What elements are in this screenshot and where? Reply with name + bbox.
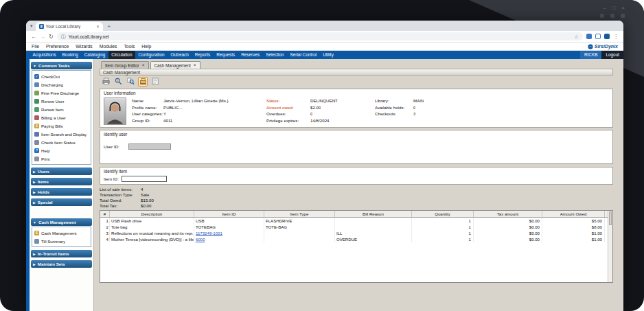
bill-list-icon[interactable] <box>150 77 160 87</box>
sidebar-section-header-items[interactable]: ▶Items <box>31 178 92 185</box>
sidebar-item-fine-free-discharge[interactable]: Fine Free Discharge <box>33 89 90 97</box>
module-tab-cataloging[interactable]: Cataloging <box>81 51 108 59</box>
user-search-icon[interactable] <box>113 77 123 87</box>
sidebar-item-cash-management[interactable]: $Cash Management <box>33 229 90 237</box>
workspace-tab-label: Item Group Editor <box>105 63 139 68</box>
module-tab-acquisitions[interactable]: Acquisitions <box>30 51 59 59</box>
sidebar-item-print[interactable]: Print <box>33 154 90 163</box>
summary-label: List of sale items: <box>100 187 141 192</box>
sidebar-item-billing-a-user[interactable]: Billing a User <box>33 113 90 122</box>
summary-label: Transaction Type: <box>100 192 141 198</box>
cell-quantity: 1 <box>412 224 474 230</box>
sidebar-item-paying-bills[interactable]: $Paying Bills <box>33 122 90 130</box>
profile-icon[interactable] <box>604 34 610 39</box>
table-row[interactable]: 1USB Flash driveUSBFLASHDRIVE1$0.00$5.00 <box>100 218 612 224</box>
module-tab-outreach[interactable]: Outreach <box>168 51 192 59</box>
item-search-icon[interactable] <box>126 77 135 87</box>
browser-menu-icon[interactable]: ⋮ <box>613 34 619 40</box>
user-id-input[interactable] <box>128 143 171 150</box>
sidebar-section-header-cash-management[interactable]: ▼Cash Management <box>31 218 92 226</box>
menu-item-help[interactable]: Help <box>141 44 151 49</box>
menu-item-tools[interactable]: Tools <box>124 44 135 49</box>
column-header-item-type: Item Type <box>264 211 335 217</box>
browser-address-bar: ← → ↻ ⓘ YourLocalLibrary.net ☆ ⋮ <box>26 31 623 43</box>
module-tab-circulation[interactable]: Circulation <box>108 51 135 59</box>
sidebar-item-checkout[interactable]: ✓CheckOut <box>33 72 90 80</box>
user-info-field-library: Library:MAIN <box>375 97 609 104</box>
cell-row-number: 3 <box>100 230 110 236</box>
forward-button[interactable]: → <box>40 34 45 40</box>
column-header-tax-amount: Tax amount <box>474 211 542 217</box>
close-icon[interactable]: × <box>194 63 196 67</box>
field-label: Group ID: <box>132 117 163 124</box>
sidebar-item-renew-item[interactable]: Renew Item <box>33 105 90 113</box>
menu-item-file[interactable]: File <box>32 44 39 49</box>
sidebar-section-header-in-transit-items[interactable]: ▶In-Transit Items <box>31 250 92 257</box>
table-scrollbar[interactable] <box>608 211 612 282</box>
field-value: 0 <box>310 111 312 117</box>
user-info-column-2: Status:DELINQUENTAmount owed:$2.00Overdu… <box>266 97 369 125</box>
cell-amount-owed: $8.00 <box>542 224 605 230</box>
item-id-input[interactable] <box>122 176 167 182</box>
module-tab-reserves[interactable]: Reserves <box>238 51 263 59</box>
sidebar-section-header-special[interactable]: ▶Special <box>31 198 92 206</box>
side-panel-icon[interactable] <box>595 34 601 39</box>
new-tab-button[interactable]: + <box>108 23 111 30</box>
sidebar-item-till-summary[interactable]: Till Summary <box>33 237 90 245</box>
module-tab-reports[interactable]: Reports <box>192 51 213 59</box>
module-tab-serial-control[interactable]: Serial Control <box>287 51 320 59</box>
field-value: Y <box>163 111 166 117</box>
menu-item-preference[interactable]: Preference <box>46 44 69 49</box>
table-row[interactable]: 2Tote bagTOTEBAGTOTE-BAG1$0.00$8.00 <box>100 224 612 230</box>
sidebar-item-label: Cash Management <box>41 231 77 235</box>
cash-register-icon[interactable] <box>138 77 148 87</box>
site-info-icon[interactable]: ⓘ <box>61 34 66 39</box>
background-icons-row <box>600 14 625 18</box>
sidebar-section-header-users[interactable]: ▶Users <box>31 168 92 175</box>
column-header-bill-reason: Bill Reason <box>335 211 412 217</box>
cell-row-number: 1 <box>100 218 110 224</box>
menu-item-modules[interactable]: Modules <box>100 44 117 49</box>
current-user-chip[interactable]: RICKB <box>580 51 602 59</box>
tab-list-icon[interactable]: ▾ <box>30 23 33 29</box>
close-icon[interactable]: × <box>142 63 145 67</box>
background-close-icon: × <box>621 5 625 11</box>
sidebar-section-header-maintain-sets[interactable]: ▶Maintain Sets <box>31 260 92 268</box>
browser-tab[interactable]: Your Local Library × <box>36 22 103 31</box>
cell-item-id[interactable]: 1173249-1001 <box>194 230 264 236</box>
module-tab-booking[interactable]: Booking <box>59 51 81 59</box>
table-row[interactable]: 3Reflections on musical meaning and its … <box>100 230 612 236</box>
user-info-field-group-id: Group ID:4011 <box>132 117 261 124</box>
sidebar-item-check-item-status[interactable]: Check Item Status <box>33 138 90 146</box>
sidebar-section-header-common-tasks[interactable]: ▼Common Tasks <box>31 62 92 69</box>
cell-item-id[interactable]: 6000 <box>194 236 264 242</box>
renew-user-icon <box>34 99 39 104</box>
sidebar-section-label: Maintain Sets <box>38 262 65 266</box>
bookmark-star-icon[interactable]: ☆ <box>574 34 579 40</box>
tab-close-icon[interactable]: × <box>96 24 99 29</box>
table-row[interactable]: 4Mother Teresa [videorecording (DVD)] : … <box>100 236 612 242</box>
back-button[interactable]: ← <box>31 34 36 40</box>
logout-button[interactable]: Logout <box>601 51 623 59</box>
module-tab-selection[interactable]: Selection <box>263 51 287 59</box>
field-label: Status: <box>266 97 310 104</box>
module-tab-utility[interactable]: Utility <box>320 51 337 59</box>
sidebar-item-discharging[interactable]: Discharging <box>33 80 90 89</box>
module-tab-configuration[interactable]: Configuration <box>135 51 168 59</box>
receipt-printer-icon[interactable] <box>101 77 111 87</box>
url-input[interactable]: ⓘ YourLocalLibrary.net ☆ <box>57 32 583 41</box>
sidebar-item-item-search-and-display[interactable]: Item Search and Display <box>33 130 90 138</box>
menu-item-wizards[interactable]: Wizards <box>76 44 93 49</box>
workspace-tab-cash-management[interactable]: Cash Management× <box>150 61 200 69</box>
module-tab-requests[interactable]: Requests <box>214 51 238 59</box>
summary-total-tax: Total Tax:$0.00 <box>100 203 613 209</box>
sidebar-item-renew-user[interactable]: Renew User <box>33 97 90 105</box>
sidebar-item-help[interactable]: ?Help <box>33 146 90 154</box>
summary-transaction-type: Transaction Type:Sale <box>100 192 613 198</box>
workspace-tab-item-group-editor[interactable]: Item Group Editor× <box>101 61 149 69</box>
field-value: 14/8/2024 <box>310 117 330 124</box>
extensions-icon[interactable] <box>586 34 592 39</box>
refresh-button[interactable]: ↻ <box>49 34 54 40</box>
sidebar-section-header-holds[interactable]: ▶Holds <box>31 188 92 196</box>
field-label: Checkouts: <box>375 111 413 117</box>
